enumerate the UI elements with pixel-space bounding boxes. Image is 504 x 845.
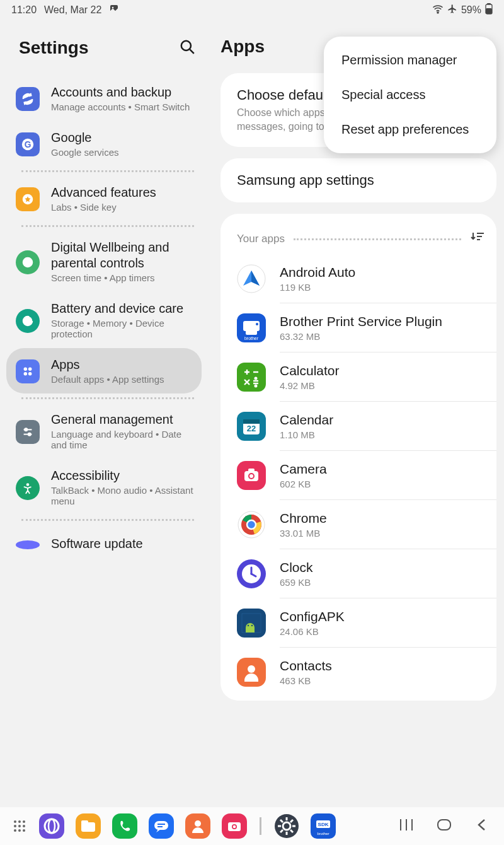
app-item-configapk[interactable]: ConfigAPK24.06 KB <box>220 598 496 648</box>
svg-line-7 <box>190 49 194 54</box>
app-size: 463 KB <box>280 675 484 686</box>
setting-title: Accessibility <box>51 468 195 484</box>
app-name: Brother Print Service Plugin <box>280 314 484 329</box>
app-item-contacts[interactable]: Contacts463 KB <box>220 648 496 697</box>
svg-point-72 <box>195 820 201 827</box>
svg-point-21 <box>28 433 31 435</box>
setting-sub: Default apps • App settings <box>51 374 195 385</box>
image-indicator-icon <box>109 4 119 16</box>
svg-point-58 <box>251 625 253 626</box>
separator <box>21 519 194 521</box>
dock-contacts-icon[interactable] <box>185 813 210 839</box>
search-icon[interactable] <box>179 38 195 57</box>
svg-text:G: G <box>25 140 32 149</box>
sort-icon[interactable] <box>470 230 485 248</box>
status-time: 11:20 <box>11 4 37 16</box>
svg-point-2 <box>437 12 438 13</box>
app-drawer-handle[interactable] <box>14 820 28 832</box>
setting-title: Software update <box>51 536 195 552</box>
app-item-camera[interactable]: Camera602 KB <box>220 451 496 500</box>
setting-sub: TalkBack • Mono audio • Assistant menu <box>51 485 195 506</box>
sidebar-item-advanced[interactable]: Advanced features Labs • Side key <box>6 176 202 221</box>
setting-sub: Storage • Memory • Device protection <box>51 318 195 339</box>
svg-point-16 <box>24 372 28 376</box>
sidebar-item-software-update[interactable]: Software update <box>6 525 202 561</box>
app-item-calendar[interactable]: 22 Calendar1.10 MB <box>220 402 496 451</box>
app-name: ConfigAPK <box>280 609 484 624</box>
app-item-android-auto[interactable]: Android Auto119 KB <box>220 254 496 303</box>
status-date: Wed, Mar 22 <box>44 4 101 16</box>
svg-point-15 <box>28 368 32 371</box>
svg-text:brother: brother <box>244 336 259 341</box>
svg-rect-47 <box>248 469 255 472</box>
nav-recents-icon[interactable] <box>398 818 415 834</box>
your-apps-label: Your apps <box>237 233 285 245</box>
app-item-clock[interactable]: Clock659 KB <box>220 549 496 598</box>
battery-care-icon <box>16 309 40 333</box>
nav-home-icon[interactable] <box>436 818 452 834</box>
sidebar-item-apps[interactable]: Apps Default apps • App settings <box>6 348 202 393</box>
sidebar-item-wellbeing[interactable]: Digital Wellbeing and parental controls … <box>6 231 202 292</box>
app-size: 63.32 MB <box>280 331 484 342</box>
sidebar-item-battery[interactable]: Battery and device care Storage • Memory… <box>6 292 202 348</box>
svg-point-14 <box>24 368 28 371</box>
svg-point-13 <box>26 319 30 323</box>
calculator-icon <box>237 363 266 392</box>
setting-sub: Language and keyboard • Date and time <box>51 429 195 450</box>
dock-brother-icon[interactable]: SDKbrother <box>311 813 336 839</box>
svg-rect-65 <box>81 820 88 824</box>
menu-item-special-access[interactable]: Special access <box>324 78 496 112</box>
app-name: Contacts <box>280 658 484 673</box>
svg-point-17 <box>28 372 32 376</box>
overflow-menu: Permission manager Special access Reset … <box>324 37 496 153</box>
apps-icon <box>16 359 40 383</box>
setting-title: Accounts and backup <box>51 84 195 100</box>
app-size: 24.06 KB <box>280 626 484 637</box>
sliders-icon <box>16 420 40 444</box>
dock-files-icon[interactable] <box>76 813 101 839</box>
svg-point-38 <box>255 378 257 380</box>
app-list: Your apps Android Auto119 KB brother Bro… <box>220 214 496 701</box>
app-size: 602 KB <box>280 479 484 489</box>
svg-point-46 <box>249 474 253 478</box>
contacts-icon <box>237 658 266 687</box>
svg-rect-28 <box>246 329 257 335</box>
sidebar-item-accounts[interactable]: Accounts and backup Manage accounts • Sm… <box>6 76 202 121</box>
menu-item-permission-manager[interactable]: Permission manager <box>324 43 496 78</box>
separator <box>294 238 461 240</box>
google-icon: G <box>16 132 40 156</box>
app-size: 4.92 MB <box>280 380 484 391</box>
sidebar-item-google[interactable]: G Google Google services <box>6 121 202 166</box>
app-size: 33.01 MB <box>280 528 484 539</box>
svg-rect-56 <box>246 627 255 632</box>
svg-point-22 <box>26 483 30 486</box>
setting-title: Apps <box>51 357 195 373</box>
dock-phone-icon[interactable] <box>112 813 137 839</box>
app-name: Chrome <box>280 511 484 526</box>
nav-back-icon[interactable] <box>474 818 490 834</box>
status-bar: 11:20 Wed, Mar 22 59% <box>0 0 504 20</box>
setting-title: General management <box>51 412 195 428</box>
camera-icon <box>237 461 266 490</box>
app-name: Android Auto <box>280 265 484 280</box>
dock-camera-icon[interactable] <box>222 813 247 839</box>
svg-point-39 <box>255 385 257 387</box>
wifi-icon <box>432 3 444 17</box>
separator <box>21 225 194 227</box>
dock-settings-icon[interactable] <box>274 813 299 839</box>
setting-title: Battery and device care <box>51 301 195 317</box>
app-item-brother-print[interactable]: brother Brother Print Service Plugin63.3… <box>220 303 496 353</box>
svg-text:22: 22 <box>247 424 256 433</box>
battery-icon <box>485 3 493 17</box>
setting-title: Digital Wellbeing and parental controls <box>51 240 195 271</box>
svg-text:SDK: SDK <box>318 822 329 827</box>
menu-item-reset-preferences[interactable]: Reset app preferences <box>324 112 496 147</box>
dock-messages-icon[interactable] <box>149 813 174 839</box>
card-samsung-settings[interactable]: Samsung app settings <box>220 158 496 202</box>
app-item-chrome[interactable]: Chrome33.01 MB <box>220 500 496 549</box>
sidebar-item-general[interactable]: General management Language and keyboard… <box>6 403 202 459</box>
configapk-icon <box>237 609 266 638</box>
sidebar-item-accessibility[interactable]: Accessibility TalkBack • Mono audio • As… <box>6 459 202 515</box>
app-item-calculator[interactable]: Calculator4.92 MB <box>220 353 496 402</box>
dock-internet-icon[interactable] <box>39 813 64 839</box>
